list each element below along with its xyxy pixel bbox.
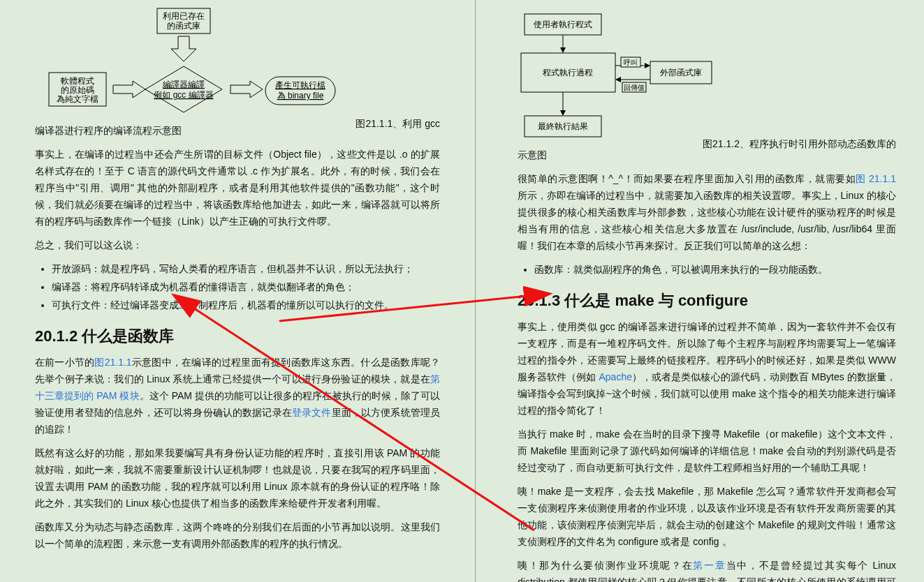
text-fragment: 在前一小节的 [35, 357, 94, 368]
svg-marker-16 [615, 77, 621, 82]
list-item: 开放源码：就是程序码，写给人类看的程序语言，但机器并不认识，所以无法执行； [52, 260, 440, 277]
link-logfile[interactable]: 登录文件 [292, 407, 332, 418]
section-20-1-2-heading: 20.1.2 什么是函数库 [35, 326, 440, 347]
svg-text:軟體程式: 軟體程式 [61, 76, 94, 86]
diag2-extlib: 外部函式庫 [660, 68, 702, 77]
left-para-pam: 既然有这么好的功能，那如果我要编写具有身份认证功能的程序时，直接引用该 PAM … [35, 445, 440, 512]
svg-text:的原始碼: 的原始碼 [61, 85, 94, 95]
compiler-label-2: 例如 gcc 編譯器 [154, 90, 213, 100]
list-item: 可执行文件：经过编译器变成二进制程序后，机器看的懂所以可以执行的文件。 [52, 297, 440, 313]
left-bullet-list: 开放源码：就是程序码，写给人类看的程序语言，但机器并不认识，所以无法执行； 编译… [38, 260, 440, 313]
left-para-summary: 总之，我们可以这么说： [35, 237, 440, 253]
svg-text:為純文字檔: 為純文字檔 [57, 94, 98, 104]
diag2-user: 使用者執行程式 [534, 20, 592, 29]
diag2-return: 回傳值 [624, 84, 645, 91]
left-para-libtypes: 函数库又分为动态与静态函数库，这两个咚咚的分别我们在后面的小节再加以说明。这里我… [35, 518, 440, 552]
right-bullet-list: 函数库：就类似副程序的角色，可以被调用来执行的一段功能函数。 [520, 261, 896, 278]
right-para-make-intro: 事实上，使用类似 gcc 的编译器来进行编译的过程并不简单，因为一套软件并不会仅… [518, 318, 896, 419]
figure-21-1-2-caption-b: 示意图 [518, 147, 547, 163]
link-fig-21-1-1[interactable]: 图21.1.1 [94, 357, 131, 368]
text-fragment: 咦！那为什么要侦测作业环境呢？在 [518, 560, 693, 571]
figure-21-1-1-caption-row: 编译器进行程序的编译流程示意图 图21.1.1、利用 gcc [35, 122, 440, 139]
binary-label-2: 為 binary file [277, 91, 324, 100]
right-para-intro: 很简单的示意图啊！^_^！而如果要在程序里面加入引用的函数库，就需要如图 21.… [518, 170, 896, 254]
right-column: 使用者執行程式 程式執行過程 外部函式庫 呼叫 回傳值 最終執行結果 [475, 0, 924, 582]
section-20-1-3-heading: 20.1.3 什么是 make 与 configure [518, 290, 896, 311]
compiler-label-1: 編譯器編譯 [162, 80, 205, 89]
left-column: 利用已存在 的函式庫 軟體程式 的原始碼 為純文字檔 編譯器編譯 例如 gcc … [0, 0, 475, 582]
binary-label-1: 產生可執行檔 [275, 80, 325, 90]
svg-marker-9 [560, 47, 566, 53]
right-para-configure: 咦！make 是一支程序，会去找 Makefile，那 Makefile 怎么写… [518, 483, 896, 550]
diagram-lib-label-line1: 利用已存在 [163, 11, 205, 21]
right-para-detect-env: 咦！那为什么要侦测作业环境呢？在第一章当中，不是曾经提过其实每个 Linux d… [518, 557, 896, 582]
diag2-proc: 程式執行過程 [543, 68, 593, 77]
text-fragment: 很简单的示意图啊！^_^！而如果要在程序里面加入引用的函数库，就需要如 [518, 173, 856, 184]
diag2-result: 最終執行結果 [538, 121, 588, 131]
right-para-makefile: 当执行 make 时，make 会在当时的目录下搜寻 Makefile（or m… [518, 426, 896, 476]
compile-flow-diagram: 利用已存在 的函式庫 軟體程式 的原始碼 為純文字檔 編譯器編譯 例如 gcc … [35, 7, 440, 122]
runtime-lib-diagram: 使用者執行程式 程式執行過程 外部函式庫 呼叫 回傳值 最終執行結果 [518, 7, 741, 147]
left-para-objectfile: 事实上，在编译的过程当中还会产生所谓的目标文件（Object file），这些文… [35, 146, 440, 230]
svg-marker-13 [645, 63, 650, 68]
left-para-lib-intro: 在前一小节的图21.1.1示意图中，在编译的过程里面有提到函数库这东西。什么是函… [35, 354, 440, 438]
diag2-call: 呼叫 [624, 59, 638, 66]
svg-marker-5 [145, 66, 222, 112]
link-fig-21-1-1-right[interactable]: 图 21.1.1 [856, 173, 896, 184]
list-item: 编译器：将程序码转译成为机器看的懂得语言，就类似翻译者的角色； [52, 278, 440, 295]
figure-21-1-2-caption-a: 图21.1.2、程序执行时引用外部动态函数库的 [703, 135, 896, 152]
figure-21-1-1-caption-b: 编译器进行程序的编译流程示意图 [35, 122, 342, 139]
svg-marker-19 [560, 110, 566, 116]
link-apache[interactable]: Apache [599, 371, 631, 382]
text-fragment: 所示，亦即在编译的过程当中，就需要加入函数库的相关设置啰。事实上，Linux 的… [518, 190, 896, 251]
figure-21-1-1-caption-a: 图21.1.1、利用 gcc [342, 115, 440, 132]
figure-21-1-2-caption-row: 示意图 图21.1.2、程序执行时引用外部动态函数库的 [518, 147, 896, 163]
link-chapter1[interactable]: 第一章 [693, 560, 726, 571]
list-item: 函数库：就类似副程序的角色，可以被调用来执行的一段功能函数。 [534, 261, 896, 278]
diagram-lib-label-line2: 的函式庫 [167, 21, 200, 31]
